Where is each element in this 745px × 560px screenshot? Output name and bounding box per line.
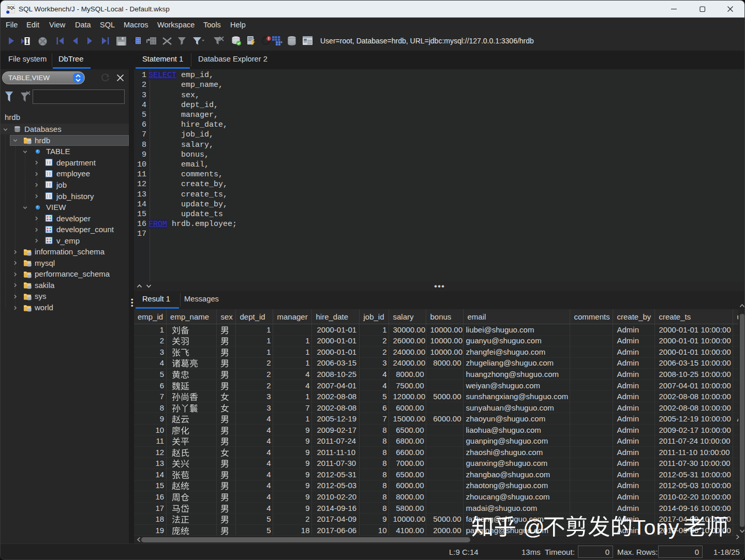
svg-text:SQL: SQL — [7, 5, 15, 10]
